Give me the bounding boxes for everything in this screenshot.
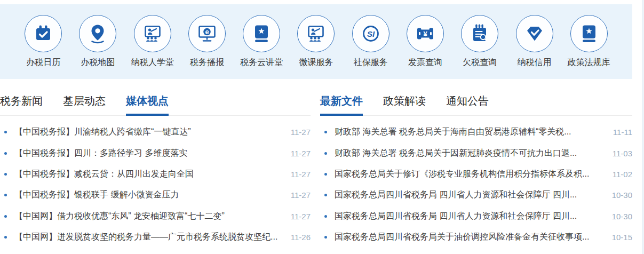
news-panel: 税务新闻 基层动态 媒体视点 【中国税务报】川渝纳税人跨省缴库“一键直达” 11…	[0, 93, 311, 248]
news-title[interactable]: 【中国税务报】银税联手 缓解小微资金压力	[14, 189, 284, 201]
quick-link-label: 纳税人学堂	[131, 57, 174, 68]
bullet-icon	[4, 215, 7, 218]
quick-link-label: 政策法规库	[568, 57, 610, 68]
bullet-icon	[4, 236, 7, 239]
quick-link-tax-arrears-query[interactable]: 欠税查询	[452, 15, 507, 79]
news-item[interactable]: 【中国网】迸发脱贫攻坚的税务力量——广元市税务系统脱贫攻坚纪... 11-26	[0, 227, 311, 248]
social-insurance-logo-icon	[352, 15, 389, 52]
news-item[interactable]: 【中国税务报】减税云贷：从四川出发走向全国 11-27	[0, 164, 311, 185]
quick-link-tax-cloud-lecture[interactable]: 税务云讲堂	[234, 15, 289, 79]
page-edge-strip	[642, 0, 644, 254]
bullet-icon	[324, 215, 327, 218]
quick-access-panel: 办税日历 办税地图 纳税人学堂 税务播报 税务云讲堂 微课服务 社保服务 发票查…	[0, 4, 632, 79]
quick-link-label: 办税地图	[81, 57, 115, 68]
news-title[interactable]: 【中国网】迸发脱贫攻坚的税务力量——广元市税务系统脱贫攻坚纪...	[14, 232, 284, 243]
tab-notices-announcements[interactable]: 通知公告	[446, 93, 489, 115]
quick-link-micro-course[interactable]: 微课服务	[289, 15, 343, 79]
doc-title[interactable]: 财政部 海关总署 税务总局关于因新冠肺炎疫情不可抗力出口退...	[335, 148, 606, 159]
tab-policy-interpretation[interactable]: 政策解读	[383, 93, 426, 115]
news-item[interactable]: 【中国税务报】四川：多路径学习 多维度落实 11-27	[0, 142, 311, 163]
quick-link-label: 微课服务	[299, 57, 333, 68]
doc-date: 10-15	[612, 233, 632, 242]
doc-item[interactable]: 国家税务总局四川省税务局 四川省人力资源和社会保障厅 四川... 10-30	[320, 206, 632, 227]
bullet-icon	[324, 131, 327, 133]
doc-item[interactable]: 国家税务总局四川省税务局 四川省人力资源和社会保障厅 四川... 10-30	[320, 185, 632, 205]
doc-title[interactable]: 国家税务总局关于修订《涉税专业服务机构信用积分指标体系及积...	[335, 169, 606, 180]
quick-link-tax-map[interactable]: 办税地图	[70, 15, 125, 79]
quick-link-tax-broadcast[interactable]: 税务播报	[180, 15, 234, 79]
map-pin-icon	[79, 15, 116, 52]
bullet-icon	[4, 152, 7, 155]
doc-date: 11-11	[613, 128, 632, 137]
tab-grassroots-updates[interactable]: 基层动态	[63, 93, 106, 115]
doc-item[interactable]: 财政部 海关总署 税务总局关于因新冠肺炎疫情不可抗力出口退... 11-03	[320, 142, 632, 163]
doc-title[interactable]: 国家税务总局四川省税务局 四川省人力资源和社会保障厅 四川...	[335, 211, 606, 222]
bullet-icon	[324, 152, 327, 155]
quick-link-invoice-query[interactable]: 发票查询	[398, 15, 452, 79]
doc-item[interactable]: 财政部 海关总署 税务总局关于海南自由贸易港原辅料“零关税... 11-11	[320, 122, 632, 142]
news-item[interactable]: 【中国税务报】银税联手 缓解小微资金压力 11-27	[0, 185, 311, 205]
bullet-icon	[4, 131, 7, 133]
calendar-check-icon	[25, 15, 62, 52]
doc-date: 11-03	[613, 149, 632, 158]
classroom-presenter-icon	[297, 15, 335, 52]
quick-link-label: 纳税信用	[518, 57, 552, 68]
news-list: 【中国税务报】川渝纳税人跨省缴库“一键直达” 11-27 【中国税务报】四川：多…	[0, 122, 311, 248]
doc-item[interactable]: 国家税务总局关于修订《涉税专业服务机构信用积分指标体系及积... 11-02	[320, 164, 632, 185]
quick-link-label: 社保服务	[354, 57, 388, 68]
news-tab-bar: 税务新闻 基层动态 媒体视点	[0, 93, 311, 116]
doc-date: 10-30	[612, 190, 632, 200]
doc-title[interactable]: 国家税务总局四川省税务局 四川省人力资源和社会保障厅 四川...	[335, 189, 606, 201]
quick-link-tax-calendar[interactable]: 办税日历	[16, 15, 70, 79]
news-date: 11-27	[291, 170, 311, 179]
docs-list: 财政部 海关总署 税务总局关于海南自由贸易港原辅料“零关税... 11-11 财…	[320, 122, 632, 248]
news-date: 11-27	[291, 190, 311, 200]
doc-item[interactable]: 国家税务总局四川省税务局关于油价调控风险准备金有关征收事项... 10-15	[320, 227, 632, 248]
quick-link-policy-library[interactable]: 政策法规库	[562, 15, 616, 79]
news-title[interactable]: 【中国税务报】减税云贷：从四川出发走向全国	[14, 169, 284, 180]
doc-title[interactable]: 财政部 海关总署 税务总局关于海南自由贸易港原辅料“零关税...	[335, 126, 607, 138]
monitor-broadcast-icon	[188, 15, 226, 52]
docs-panel: 最新文件 政策解读 通知公告 财政部 海关总署 税务总局关于海南自由贸易港原辅料…	[320, 93, 632, 248]
quick-link-label: 办税日历	[26, 57, 60, 68]
news-title[interactable]: 【中国税务报】川渝纳税人跨省缴库“一键直达”	[14, 126, 284, 138]
news-title[interactable]: 【中国税务报】四川：多路径学习 多维度落实	[14, 148, 284, 159]
quick-link-taxpayer-school[interactable]: 纳税人学堂	[125, 15, 180, 79]
news-date: 11-26	[291, 233, 311, 242]
quick-link-social-insurance[interactable]: 社保服务	[344, 15, 398, 79]
quick-link-label: 税务播报	[190, 57, 224, 68]
quick-link-label: 欠税查询	[463, 57, 497, 68]
news-date: 11-27	[291, 128, 311, 137]
notepad-search-icon	[461, 15, 498, 52]
book-star-icon	[570, 15, 608, 52]
news-date: 11-27	[291, 212, 311, 221]
quick-link-tax-credit[interactable]: 纳税信用	[507, 15, 561, 79]
diamond-check-icon	[516, 15, 553, 52]
quick-link-label: 发票查询	[408, 57, 442, 68]
tab-latest-documents[interactable]: 最新文件	[320, 93, 363, 115]
bullet-icon	[4, 194, 7, 196]
classroom-presenter-icon	[134, 15, 171, 52]
doc-date: 11-02	[613, 170, 632, 179]
invoice-yuan-icon	[407, 15, 444, 52]
bullet-icon	[324, 173, 327, 176]
doc-date: 10-30	[612, 212, 632, 221]
news-item[interactable]: 【中国网】借力税收优惠“东风” 龙安柚迎致富“七十二变” 11-27	[0, 206, 311, 227]
book-star-icon	[243, 15, 280, 52]
docs-tab-bar: 最新文件 政策解读 通知公告	[320, 93, 632, 116]
bullet-icon	[324, 236, 327, 239]
tab-tax-news[interactable]: 税务新闻	[0, 93, 43, 115]
bullet-icon	[324, 194, 327, 196]
doc-title[interactable]: 国家税务总局四川省税务局关于油价调控风险准备金有关征收事项...	[335, 232, 606, 243]
quick-link-label: 税务云讲堂	[240, 57, 283, 68]
news-item[interactable]: 【中国税务报】川渝纳税人跨省缴库“一键直达” 11-27	[0, 122, 311, 142]
tab-media-viewpoint[interactable]: 媒体视点	[126, 93, 169, 115]
news-title[interactable]: 【中国网】借力税收优惠“东风” 龙安柚迎致富“七十二变”	[14, 211, 284, 222]
news-date: 11-27	[291, 149, 311, 158]
bullet-icon	[4, 173, 7, 176]
